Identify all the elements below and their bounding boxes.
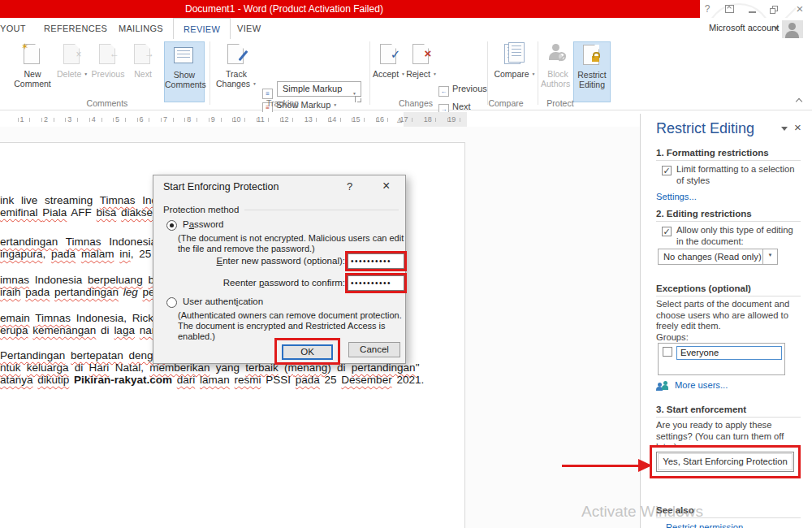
pane-title: Restrict Editing <box>656 120 754 137</box>
new-star-icon: ✶ <box>21 41 28 51</box>
reject-button[interactable]: × Reject <box>406 41 437 79</box>
ribbon-tab-row: YOUT REFERENCES MAILINGS REVIEW VIEW <box>0 18 812 39</box>
annotation-rect-password1: •••••••••• <box>345 251 407 271</box>
restore-icon[interactable] <box>767 3 784 15</box>
tab-layout[interactable]: YOUT <box>0 18 36 39</box>
horizontal-ruler[interactable]: 12345678910111213141516171819 △ <box>0 112 640 127</box>
changes-group-label: Changes <box>367 98 464 108</box>
everyone-checkbox[interactable] <box>663 347 672 357</box>
indent-marker-icon[interactable]: △ <box>397 116 402 123</box>
reject-icon: × <box>411 42 432 67</box>
microsoft-account[interactable]: Microsoft account <box>709 23 779 32</box>
avatar[interactable] <box>782 20 803 38</box>
dialog-close-icon[interactable]: × <box>382 179 390 193</box>
settings-link[interactable]: Settings... <box>656 192 697 201</box>
groups-label: Groups: <box>656 332 689 344</box>
tab-mailings[interactable]: MAILINGS <box>109 18 173 39</box>
see-also-heading: See also <box>656 505 801 518</box>
minimize-icon[interactable] <box>744 3 762 15</box>
yes-start-enforcing-protection-button[interactable]: Yes, Start Enforcing Protection <box>656 452 794 472</box>
compare-button[interactable]: Compare <box>494 41 536 79</box>
annotation-rect-enforce: Yes, Start Enforcing Protection <box>650 445 801 478</box>
show-comments-button[interactable]: ShowComments <box>164 41 205 102</box>
limit-formatting-label[interactable]: Limit formatting to a selection of style… <box>676 164 800 186</box>
password-radio[interactable] <box>166 220 177 231</box>
accept-button[interactable]: ✓ Accept <box>372 41 406 79</box>
tab-references[interactable]: REFERENCES <box>34 18 117 39</box>
new-password-input[interactable]: •••••••••• <box>348 253 404 269</box>
chevron-down-icon <box>774 27 779 30</box>
comments-group-label: Comments <box>58 98 156 108</box>
tab-review[interactable]: REVIEW <box>173 18 231 39</box>
new-comment-button[interactable]: ✶ NewComment <box>13 41 52 89</box>
enter-password-label: Enter new password (optional): <box>153 256 345 266</box>
annotation-rect-ok: OK <box>274 338 340 365</box>
accept-icon: ✓ <box>378 42 400 67</box>
simple-markup-dropdown[interactable]: Simple Markup <box>277 81 361 97</box>
everyone-item[interactable]: Everyone <box>676 346 782 360</box>
restrict-editing-button[interactable]: RestrictEditing <box>573 41 611 102</box>
formatting-restrictions-heading: 1. Formatting restrictions <box>656 148 801 161</box>
restrict-editing-pane: Restrict Editing × 1. Formatting restric… <box>640 114 812 528</box>
protection-method-group-label: Protection method <box>163 205 239 214</box>
groups-listbox[interactable]: Everyone <box>658 343 785 375</box>
previous-change-icon: ← <box>438 86 449 97</box>
allow-editing-label[interactable]: Allow only this type of editing in the d… <box>676 225 800 247</box>
pane-close-icon[interactable]: × <box>794 120 801 134</box>
window-title: Document1 - Word (Product Activation Fai… <box>185 3 383 15</box>
cancel-button[interactable]: Cancel <box>348 342 400 357</box>
protect-group-label: Protect <box>512 98 609 108</box>
ribbon: ✶ NewComment × Delete ← Previous → Next … <box>0 39 812 110</box>
help-icon[interactable]: ? <box>698 3 716 15</box>
editing-type-dropdown[interactable]: No changes (Read only) <box>658 249 778 265</box>
collapse-ribbon-icon[interactable] <box>797 97 803 104</box>
tracking-dialog-launcher-icon[interactable] <box>355 96 361 102</box>
tab-view[interactable]: VIEW <box>227 18 270 39</box>
tracking-group-label: Tracking <box>234 98 331 108</box>
exceptions-heading: Exceptions (optional) <box>656 283 801 296</box>
close-icon[interactable]: × <box>791 3 809 15</box>
show-comments-icon <box>174 43 195 67</box>
allow-editing-checkbox[interactable]: ✓ <box>662 227 672 236</box>
previous-comment-button: ← Previous <box>89 41 127 79</box>
restrict-editing-icon <box>581 43 603 67</box>
more-users-icon <box>656 381 671 392</box>
editing-restrictions-heading: 2. Editing restrictions <box>656 209 801 222</box>
track-changes-button[interactable]: TrackChanges <box>214 41 258 89</box>
chevron-down-icon[interactable] <box>762 249 777 264</box>
password-radio-label[interactable]: Password <box>183 219 224 229</box>
pane-menu-icon[interactable] <box>781 127 788 131</box>
user-authentication-radio[interactable] <box>166 297 177 308</box>
previous-change-button[interactable]: ←Previous <box>438 84 487 97</box>
annotation-arrow-head <box>638 459 652 472</box>
dialog-title: Start Enforcing Protection <box>163 181 279 193</box>
word-window: Document1 - Word (Product Activation Fai… <box>0 0 812 528</box>
user-authentication-radio-label[interactable]: User authentication <box>183 296 263 306</box>
delete-comment-button: × Delete <box>57 41 88 79</box>
exceptions-description: Select parts of the document and choose … <box>656 299 797 332</box>
next-comment-button: → Next <box>128 41 158 79</box>
dialog-help-icon[interactable]: ? <box>347 180 352 193</box>
more-users-link[interactable]: More users... <box>675 380 728 390</box>
title-bar: Document1 - Word (Product Activation Fai… <box>0 0 700 18</box>
block-authors-button: BlockAuthors <box>541 41 575 89</box>
confirm-password-input[interactable]: •••••••••• <box>348 275 404 291</box>
compare-icon <box>504 42 525 67</box>
restrict-permission-link[interactable]: Restrict permission <box>666 522 743 528</box>
track-changes-icon <box>226 42 247 67</box>
start-enforcement-heading: 3. Start enforcement <box>656 405 801 418</box>
ok-button[interactable]: OK <box>282 344 333 360</box>
annotation-rect-password2: •••••••••• <box>345 273 407 293</box>
reenter-password-label: Reenter password to confirm: <box>153 278 345 288</box>
start-enforcing-protection-dialog: Start Enforcing Protection ? × Protectio… <box>153 175 406 364</box>
annotation-arrow <box>562 465 640 467</box>
block-authors-icon <box>547 42 568 67</box>
limit-formatting-checkbox[interactable]: ✓ <box>662 166 672 175</box>
ribbon-display-options-icon[interactable] <box>721 3 739 15</box>
